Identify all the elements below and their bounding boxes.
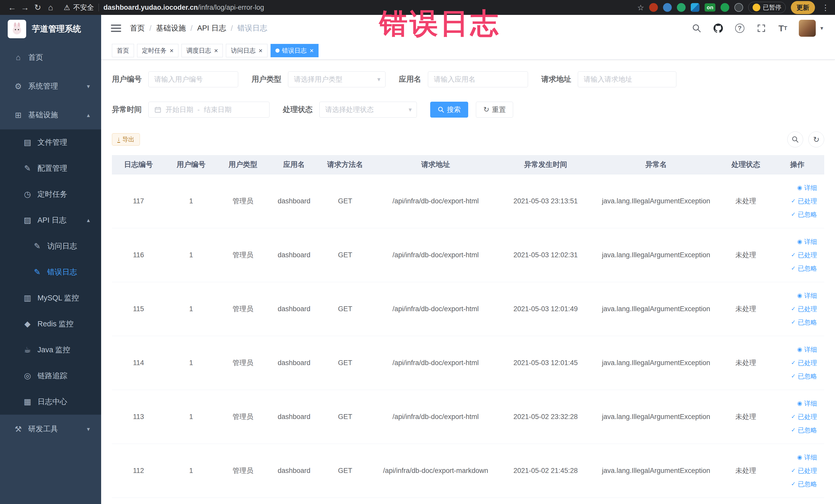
avatar[interactable] [799,20,816,37]
cell-user-type: 管理员 [217,228,269,282]
sidebar-item-label: 错误日志 [47,267,77,277]
forward-icon[interactable]: → [19,1,31,14]
sidebar-menu: ⌂首页⚙系统管理▾⊞基础设施▴▤文件管理✎配置管理◷定时任务▨API 日志▴✎访… [0,43,101,443]
ignored-link[interactable]: ✓已忽略 [770,208,817,221]
cell-method: GET [319,390,371,444]
sidebar-item-2[interactable]: ⊞基础设施▴ [0,101,101,129]
close-icon[interactable]: × [214,47,218,54]
home-icon: ⌂ [12,53,24,62]
sidebar-item-0[interactable]: ⌂首页 [0,43,101,72]
ignored-link[interactable]: ✓已忽略 [770,369,817,383]
sidebar-item-6[interactable]: ▨API 日志▴ [0,207,101,233]
detail-link[interactable]: ◉详细 [770,450,817,464]
sidebar-item-5[interactable]: ◷定时任务 [0,181,101,207]
process-status-select[interactable]: ▾ [319,102,417,118]
extension-icon-3[interactable] [677,3,686,12]
hamburger-icon[interactable] [111,24,121,33]
tab-0[interactable]: 首页 [112,44,134,57]
cell-app-name: dashboard [269,228,319,282]
processed-link[interactable]: ✓已处理 [770,410,817,423]
reload-icon[interactable]: ↻ [31,1,44,14]
detail-link[interactable]: ◉详细 [770,343,817,356]
extension-icon-2[interactable] [663,3,672,12]
sidebar-item-4[interactable]: ✎配置管理 [0,155,101,181]
breadcrumb-item[interactable]: API 日志 [197,23,226,33]
processed-link[interactable]: ✓已处理 [770,248,817,262]
detail-link[interactable]: ◉详细 [770,289,817,302]
sidebar-item-8[interactable]: ✎错误日志 [0,259,101,285]
back-icon[interactable]: ← [6,1,19,14]
breadcrumb-item[interactable]: 基础设施 [156,23,186,33]
toggle-search-button[interactable] [787,132,803,147]
processed-link[interactable]: ✓已处理 [770,194,817,208]
search-icon[interactable] [691,23,702,34]
ignored-link[interactable]: ✓已忽略 [770,423,817,437]
reset-button[interactable]: ↻ 重置 [476,102,513,118]
on-badge[interactable]: on [705,3,715,12]
breadcrumb-separator: / [190,24,192,33]
sidebar-item-7[interactable]: ✎访问日志 [0,233,101,259]
home-nav-icon[interactable]: ⌂ [44,1,57,14]
processed-link[interactable]: ✓已处理 [770,356,817,369]
address-bar[interactable]: dashboard.yudao.iocoder.cn/infra/log/api… [103,4,264,12]
config-icon: ✎ [22,164,33,173]
close-icon[interactable]: × [310,47,314,54]
ignored-link[interactable]: ✓已忽略 [770,262,817,275]
close-icon[interactable]: × [259,47,262,54]
processed-link[interactable]: ✓已处理 [770,302,817,316]
refresh-icon: ↻ [483,106,489,113]
sidebar-item-11[interactable]: ☕Java 监控 [0,337,101,363]
processed-link[interactable]: ✓已处理 [770,464,817,477]
sidebar-item-14[interactable]: ⚒研发工具▾ [0,415,101,443]
refresh-table-button[interactable]: ↻ [808,132,824,147]
extension-paw-icon[interactable] [734,3,743,12]
extension-icon-1[interactable] [649,3,658,12]
process-status-select-input[interactable] [319,102,417,118]
extension-grid-icon[interactable] [691,3,699,12]
tab-3[interactable]: 访问日志× [226,44,267,57]
extension-icon-4[interactable] [720,3,729,12]
cell-actions: ◉详细✓已处理✓已忽略 [770,336,824,390]
ignored-link[interactable]: ✓已忽略 [770,477,817,491]
user-type-select-input[interactable] [288,72,386,87]
sidebar-item-3[interactable]: ▤文件管理 [0,129,101,155]
sidebar-item-10[interactable]: ◆Redis 监控 [0,311,101,337]
chevron-down-icon[interactable]: ▾ [820,25,823,32]
url-domain: dashboard.yudao.iocoder.cn [103,4,198,11]
log-center-icon: ▦ [22,397,33,406]
sidebar-item-9[interactable]: ▥MySQL 监控 [0,285,101,311]
chrome-menu-icon[interactable]: ⋮ [822,3,829,12]
redis-icon: ◆ [22,319,33,329]
request-url-input[interactable] [578,72,676,87]
export-button[interactable]: ↓ 导出 [112,133,140,146]
refresh-icon: ↻ [813,135,819,144]
breadcrumb-item[interactable]: 首页 [130,23,145,33]
check-icon: ✓ [791,468,796,473]
github-icon[interactable] [713,23,724,34]
exception-time-range[interactable]: 开始日期 - 结束日期 [148,102,269,118]
paused-badge[interactable]: 已暂停 [748,2,786,13]
tab-4[interactable]: 错误日志× [270,44,319,57]
security-chip[interactable]: ⚠ 不安全 [64,3,94,12]
detail-link[interactable]: ◉详细 [770,181,817,194]
sidebar-item-12[interactable]: ◎链路追踪 [0,363,101,389]
close-icon[interactable]: × [170,47,174,54]
user-id-input[interactable] [148,72,238,87]
bookmark-star-icon[interactable]: ☆ [637,3,644,12]
help-icon[interactable]: ? [734,23,746,34]
detail-link[interactable]: ◉详细 [770,235,817,248]
user-type-select[interactable]: ▾ [288,72,386,87]
detail-link[interactable]: ◉详细 [770,397,817,410]
tab-2[interactable]: 调度日志× [182,44,223,57]
ignored-link[interactable]: ✓已忽略 [770,316,817,329]
end-date-placeholder: 结束日期 [204,105,231,114]
update-button[interactable]: 更新 [791,1,815,14]
search-button[interactable]: 搜索 [430,102,468,118]
logo-row[interactable]: 芋道管理系统 [0,15,101,43]
font-size-icon[interactable]: TT [777,23,789,34]
tab-1[interactable]: 定时任务× [137,44,178,57]
fullscreen-icon[interactable] [756,23,767,34]
sidebar-item-1[interactable]: ⚙系统管理▾ [0,72,101,101]
app-name-input[interactable] [428,72,528,87]
sidebar-item-13[interactable]: ▦日志中心 [0,389,101,415]
